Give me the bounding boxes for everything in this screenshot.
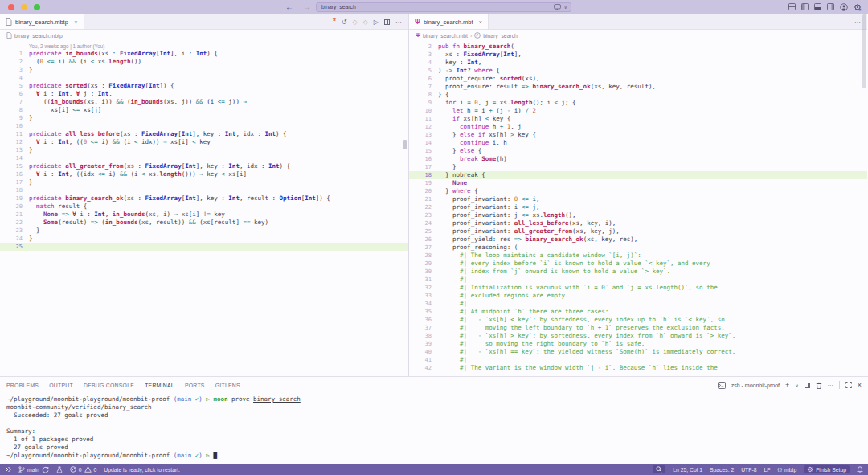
code-line[interactable]: 31 #| xyxy=(409,276,867,284)
code-line[interactable]: 30 #| index from `j` onward is known to … xyxy=(409,268,867,276)
panel-tab-ports[interactable]: PORTS xyxy=(185,379,205,391)
more-actions-icon[interactable]: ··· xyxy=(828,383,833,388)
code-line[interactable]: 25 xyxy=(0,243,408,251)
code-line[interactable]: 7 ((in_bounds(xs, i)) && (in_bounds(xs, … xyxy=(0,98,408,106)
code-line[interactable]: 21 None => ∀ i : Int, in_bounds(xs, i) →… xyxy=(0,211,408,219)
customize-layout-icon[interactable] xyxy=(788,3,796,10)
code-line[interactable]: 5predicate sorted(xs : FixedArray[Int]) … xyxy=(0,82,408,90)
code-line[interactable]: 19predicate binary_search_ok(xs : FixedA… xyxy=(0,195,408,203)
search-zoom-chip[interactable] xyxy=(653,465,665,473)
encoding[interactable]: UTF-8 xyxy=(741,467,756,473)
close-tab-icon[interactable]: × xyxy=(74,18,78,26)
close-window-button[interactable] xyxy=(8,4,14,10)
right-scrollbar-handle[interactable] xyxy=(862,14,866,88)
code-line[interactable]: 22 proof_invariant: i <= j, xyxy=(409,203,867,211)
code-line[interactable]: 7 proof_ensure: result => binary_search_… xyxy=(409,83,867,91)
code-line[interactable]: 10 xyxy=(0,122,408,130)
panel-tab-output[interactable]: OUTPUT xyxy=(49,379,73,391)
code-line[interactable]: 4 key : Int, xyxy=(409,59,867,67)
left-editor[interactable]: You, 2 weeks ago | 1 author (You)1predic… xyxy=(0,41,408,376)
code-line[interactable]: 12 continue h + 1, j xyxy=(409,123,867,131)
new-terminal-icon[interactable]: + xyxy=(785,381,789,389)
next-change-icon[interactable]: ◇ xyxy=(363,18,368,26)
code-line[interactable]: 24 proof_invariant: all_less_before(xs, … xyxy=(409,219,867,227)
minimize-window-button[interactable] xyxy=(21,4,27,10)
code-line[interactable]: 38 #| - `xs[h] > key`: by sortedness, ev… xyxy=(409,332,867,340)
code-line[interactable]: 11predicate all_less_before(xs : FixedAr… xyxy=(0,130,408,138)
settings-gear-icon[interactable] xyxy=(854,3,862,11)
code-line[interactable]: 20 match result { xyxy=(0,203,408,211)
git-branch-indicator[interactable]: main xyxy=(18,466,49,473)
code-line[interactable]: 42 #| The variant is the window width `j… xyxy=(409,364,867,372)
code-line[interactable]: 28 #| The loop maintains a candidate win… xyxy=(409,252,867,260)
code-line[interactable]: 24} xyxy=(0,235,408,243)
extension-action-icon[interactable]: * xyxy=(333,18,336,26)
code-line[interactable]: 14 xyxy=(0,154,408,162)
code-line[interactable]: 19 None xyxy=(409,179,867,187)
code-line[interactable]: 40 #| - `xs[h] == key`: the yielded witn… xyxy=(409,348,867,356)
code-line[interactable]: 23 proof_invariant: j <= xs.length(), xyxy=(409,211,867,219)
terminal-title[interactable]: zsh - moonbit-proof xyxy=(731,383,780,388)
code-line[interactable]: 26 proof_yield: res => binary_search_ok(… xyxy=(409,235,867,244)
code-line[interactable]: 2 (0 <= i) && (i < xs.length()) xyxy=(0,58,408,66)
breadcrumb-item[interactable]: binary_search xyxy=(483,33,518,39)
close-tab-icon[interactable]: × xyxy=(479,18,483,26)
code-line[interactable]: 18 } nobreak { xyxy=(409,171,867,179)
command-center-search[interactable]: binary_search ∨ xyxy=(316,2,571,12)
code-line[interactable]: 23 } xyxy=(0,227,408,235)
nav-back-icon[interactable]: ← xyxy=(285,2,293,11)
discard-icon[interactable]: ↺ xyxy=(342,18,347,26)
more-actions-icon[interactable]: ··· xyxy=(854,18,861,26)
bell-icon[interactable] xyxy=(857,466,863,473)
panel-tab-debug-console[interactable]: DEBUG CONSOLE xyxy=(84,379,134,391)
toggle-sidebar-icon[interactable] xyxy=(801,3,809,10)
maximize-panel-icon[interactable] xyxy=(845,382,852,388)
nav-forward-icon[interactable]: → xyxy=(303,2,311,11)
right-breadcrumb[interactable]: Ψ binary_search.mbt › binary_search xyxy=(409,30,867,41)
code-line[interactable]: 8 xs[i] <= xs[j] xyxy=(0,106,408,114)
code-line[interactable]: 14 continue i, h xyxy=(409,139,867,147)
code-line[interactable]: 2pub fn binary_search( xyxy=(409,43,867,51)
cursor-position[interactable]: Ln 25, Col 1 xyxy=(673,467,702,473)
code-line[interactable]: 22 Some(result) => (in_bounds(xs, result… xyxy=(0,219,408,227)
tab-binary-search-mbtp[interactable]: binary_search.mbtp × xyxy=(0,14,84,29)
code-line[interactable]: 41 #| xyxy=(409,356,867,364)
code-line[interactable]: 4 xyxy=(0,74,408,82)
code-line[interactable]: 15 } else { xyxy=(409,147,867,155)
finish-setup-button[interactable]: Finish Setup xyxy=(804,465,850,473)
code-line[interactable]: 13 } else if xs[h] > key { xyxy=(409,131,867,139)
code-line[interactable]: 9} xyxy=(0,114,408,122)
code-line[interactable]: 33 #| excluded regions are empty. xyxy=(409,292,867,300)
extension-status[interactable] xyxy=(56,466,63,473)
code-line[interactable]: 8} { xyxy=(409,91,867,99)
code-line[interactable]: 21 proof_invariant: 0 <= i, xyxy=(409,195,867,203)
code-line[interactable]: 15predicate all_greater_from(xs : FixedA… xyxy=(0,162,408,170)
indentation[interactable]: Spaces: 2 xyxy=(710,467,734,473)
code-line[interactable]: 16 ∀ i : Int, ((idx <= i) && (i < xs.len… xyxy=(0,170,408,178)
run-icon[interactable]: ▷ xyxy=(374,18,379,26)
code-line[interactable]: 25 proof_invariant: all_greater_from(xs,… xyxy=(409,227,867,235)
right-editor[interactable]: 2pub fn binary_search(3 xs : FixedArray[… xyxy=(409,41,867,376)
left-scrollbar-handle[interactable] xyxy=(403,140,407,149)
more-actions-icon[interactable]: ··· xyxy=(395,18,402,26)
code-line[interactable]: 16 break Some(h) xyxy=(409,155,867,163)
panel-tab-terminal[interactable]: TERMINAL xyxy=(145,379,174,391)
toggle-panel-icon[interactable] xyxy=(814,3,821,10)
code-line[interactable]: 3} xyxy=(0,66,408,74)
panel-tab-gitlens[interactable]: GITLENS xyxy=(215,379,240,391)
breadcrumb-item[interactable]: binary_search.mbtp xyxy=(14,33,63,39)
left-breadcrumb[interactable]: binary_search.mbtp xyxy=(0,30,408,41)
close-panel-icon[interactable]: × xyxy=(858,381,862,389)
code-line[interactable]: 20 } where { xyxy=(409,187,867,195)
remote-indicator[interactable] xyxy=(5,466,11,473)
code-line[interactable]: 11 if xs[h] < key { xyxy=(409,115,867,123)
code-line[interactable]: 27 proof_reasoning: ( xyxy=(409,244,867,252)
code-line[interactable]: 18 xyxy=(0,186,408,195)
breadcrumb-item[interactable]: binary_search.mbt xyxy=(423,33,468,39)
code-line[interactable]: 9 for i = 0, j = xs.length(); i < j; { xyxy=(409,99,867,107)
update-message[interactable]: Update is ready, click to restart. xyxy=(104,467,180,473)
code-line[interactable]: 29 #| every index before `i` is known to… xyxy=(409,260,867,268)
problems-indicator[interactable]: 0 0 xyxy=(70,466,97,473)
code-line[interactable]: 6 ∀ i : Int, ∀ j : Int, xyxy=(0,90,408,98)
code-line[interactable]: 32 #| Initialization is vacuous with `i … xyxy=(409,284,867,292)
